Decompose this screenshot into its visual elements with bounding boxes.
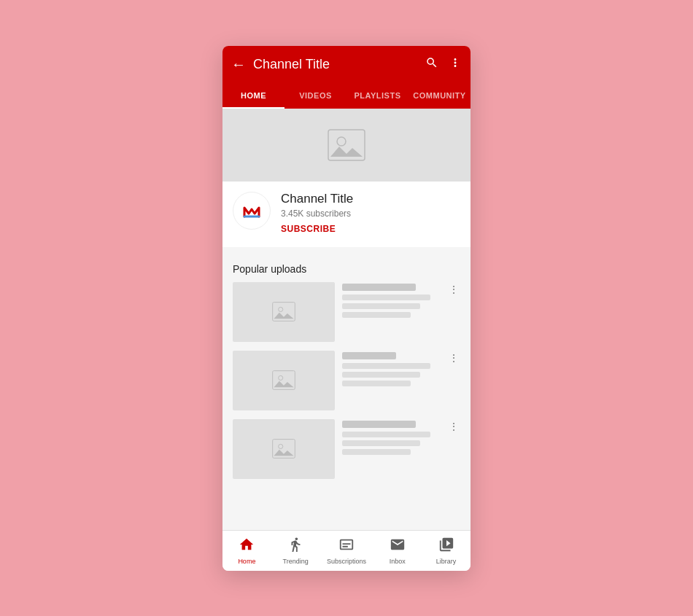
video-desc-bar bbox=[342, 449, 411, 455]
back-button[interactable]: ← bbox=[231, 56, 246, 73]
video-meta-2 bbox=[342, 351, 440, 389]
video-desc-bar bbox=[342, 381, 411, 386]
video-meta-3 bbox=[342, 419, 440, 458]
subscriptions-icon bbox=[338, 537, 355, 556]
home-label: Home bbox=[238, 558, 255, 565]
video-desc-bar bbox=[342, 363, 430, 369]
video-desc-bar bbox=[342, 372, 420, 378]
video-thumbnail-3[interactable] bbox=[233, 419, 335, 479]
video-item: ⋮ bbox=[233, 351, 460, 410]
trending-icon bbox=[287, 537, 303, 556]
video-item: ⋮ bbox=[233, 419, 460, 479]
bottom-nav: Home Trending Subscriptions Inbox Librar… bbox=[222, 530, 471, 571]
top-bar-right bbox=[425, 56, 462, 73]
video-item: ⋮ bbox=[233, 282, 460, 342]
video-meta-1 bbox=[342, 282, 440, 321]
bottom-nav-library[interactable]: Library bbox=[429, 537, 464, 565]
inbox-label: Inbox bbox=[390, 558, 406, 565]
video-more-icon[interactable]: ⋮ bbox=[447, 352, 460, 364]
phone-frame: ← Channel Title HOME VIDEOS PLAYLISTS CO… bbox=[222, 46, 471, 571]
video-options-1[interactable]: ⋮ bbox=[447, 282, 460, 295]
video-desc-bar bbox=[342, 312, 411, 318]
channel-banner bbox=[222, 109, 471, 182]
inbox-icon bbox=[390, 537, 406, 556]
channel-avatar bbox=[233, 192, 271, 230]
video-desc-bar bbox=[342, 295, 430, 300]
top-bar: ← Channel Title bbox=[222, 46, 471, 84]
channel-details: Channel Title 3.45K subscribers SUBSCRIB… bbox=[281, 192, 353, 234]
library-label: Library bbox=[436, 558, 457, 565]
tab-videos[interactable]: VIDEOS bbox=[284, 84, 346, 109]
top-bar-left: ← Channel Title bbox=[231, 56, 330, 73]
video-desc-bar bbox=[342, 440, 420, 446]
channel-title-header: Channel Title bbox=[253, 57, 330, 72]
channel-info: Channel Title 3.45K subscribers SUBSCRIB… bbox=[222, 182, 471, 247]
video-more-icon[interactable]: ⋮ bbox=[447, 421, 460, 432]
subscriptions-label: Subscriptions bbox=[327, 558, 366, 565]
popular-uploads-section: Popular uploads ⋮ bbox=[222, 253, 471, 479]
video-thumbnail-1[interactable] bbox=[233, 282, 335, 342]
more-options-icon[interactable] bbox=[449, 56, 462, 73]
nav-tabs: HOME VIDEOS PLAYLISTS COMMUNITY bbox=[222, 84, 471, 109]
video-more-icon[interactable]: ⋮ bbox=[447, 284, 460, 295]
tab-community[interactable]: COMMUNITY bbox=[409, 84, 471, 109]
section-gap bbox=[222, 247, 471, 253]
video-options-2[interactable]: ⋮ bbox=[447, 351, 460, 364]
bottom-nav-trending[interactable]: Trending bbox=[278, 537, 313, 565]
library-icon bbox=[438, 537, 454, 556]
video-desc-bar bbox=[342, 303, 420, 309]
content-scroll[interactable]: Channel Title 3.45K subscribers SUBSCRIB… bbox=[222, 109, 471, 530]
video-thumbnail-2[interactable] bbox=[233, 351, 335, 410]
section-title: Popular uploads bbox=[233, 263, 460, 275]
home-icon bbox=[239, 537, 255, 556]
channel-subscribers: 3.45K subscribers bbox=[281, 208, 353, 219]
video-title-bar bbox=[342, 284, 416, 291]
bottom-nav-inbox[interactable]: Inbox bbox=[380, 537, 415, 565]
video-title-bar bbox=[342, 352, 396, 359]
channel-name: Channel Title bbox=[281, 192, 353, 206]
trending-label: Trending bbox=[283, 558, 309, 565]
bottom-nav-home[interactable]: Home bbox=[229, 537, 264, 565]
search-icon[interactable] bbox=[425, 56, 438, 73]
bottom-nav-subscriptions[interactable]: Subscriptions bbox=[327, 537, 366, 565]
video-desc-bar bbox=[342, 432, 430, 437]
tab-playlists[interactable]: PLAYLISTS bbox=[346, 84, 409, 109]
video-options-3[interactable]: ⋮ bbox=[447, 419, 460, 432]
subscribe-button[interactable]: SUBSCRIBE bbox=[281, 224, 353, 234]
tab-home[interactable]: HOME bbox=[222, 84, 284, 109]
video-title-bar bbox=[342, 421, 416, 428]
